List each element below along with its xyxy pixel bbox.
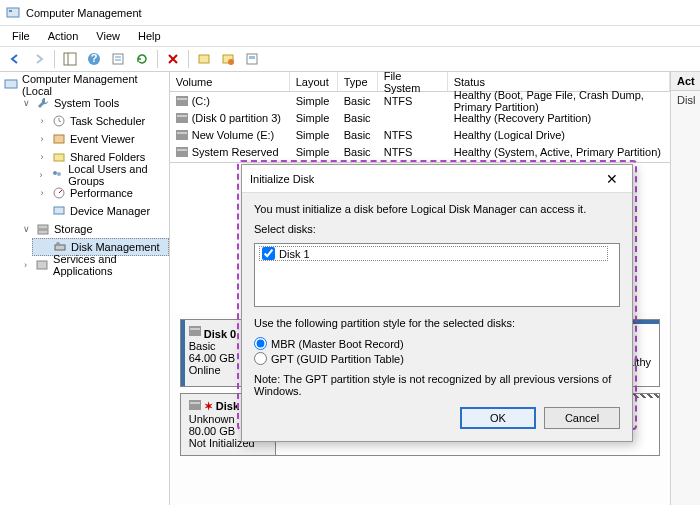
folder-share-icon bbox=[52, 150, 66, 164]
dialog-titlebar: Initialize Disk ✕ bbox=[242, 165, 632, 193]
volume-status: Healthy (System, Active, Primary Partiti… bbox=[448, 146, 670, 158]
delete-button[interactable] bbox=[162, 48, 184, 70]
expand-icon[interactable]: › bbox=[36, 170, 46, 180]
ok-button[interactable]: OK bbox=[460, 407, 536, 429]
volume-row[interactable]: System Reserved Simple Basic NTFS Health… bbox=[170, 143, 670, 160]
tree-local-users[interactable]: ›Local Users and Groups bbox=[32, 166, 169, 184]
refresh-button[interactable] bbox=[131, 48, 153, 70]
users-icon bbox=[50, 168, 64, 182]
select-disks-label: Select disks: bbox=[254, 223, 620, 235]
dialog-title: Initialize Disk bbox=[250, 173, 314, 185]
disk-checkbox-row[interactable]: Disk 1 bbox=[259, 246, 608, 261]
clock-icon bbox=[52, 114, 66, 128]
collapse-icon[interactable]: ∨ bbox=[20, 98, 32, 108]
volume-name: (C:) bbox=[192, 95, 210, 107]
properties-button[interactable] bbox=[107, 48, 129, 70]
svg-point-11 bbox=[228, 59, 234, 65]
svg-point-19 bbox=[57, 172, 61, 176]
gpt-radio[interactable] bbox=[254, 352, 267, 365]
close-button[interactable]: ✕ bbox=[600, 167, 624, 191]
svg-rect-0 bbox=[7, 8, 19, 17]
volume-name: System Reserved bbox=[192, 146, 279, 158]
collapse-icon[interactable]: ∨ bbox=[20, 224, 32, 234]
menu-help[interactable]: Help bbox=[130, 28, 169, 44]
disk-title: Disk 0 bbox=[204, 328, 236, 340]
tree-root[interactable]: Computer Management (Local bbox=[0, 76, 169, 94]
volume-type: Basic bbox=[338, 146, 378, 158]
forward-button[interactable] bbox=[28, 48, 50, 70]
tree-label: Performance bbox=[70, 187, 133, 199]
menu-file[interactable]: File bbox=[4, 28, 38, 44]
actions-item[interactable]: Disl bbox=[671, 91, 700, 109]
menu-view[interactable]: View bbox=[88, 28, 128, 44]
tree-label: Device Manager bbox=[70, 205, 150, 217]
volume-type: Basic bbox=[338, 112, 378, 124]
svg-rect-13 bbox=[249, 56, 255, 59]
mbr-radio[interactable] bbox=[254, 337, 267, 350]
actions-header: Act bbox=[671, 72, 700, 91]
expand-icon[interactable]: › bbox=[20, 260, 31, 270]
col-fs[interactable]: File System bbox=[378, 72, 448, 91]
device-icon bbox=[52, 204, 66, 218]
volume-list: (C:) Simple Basic NTFS Healthy (Boot, Pa… bbox=[170, 92, 670, 163]
separator bbox=[157, 50, 158, 68]
svg-rect-14 bbox=[5, 80, 17, 88]
tree-label: Services and Applications bbox=[53, 253, 169, 277]
cancel-button[interactable]: Cancel bbox=[544, 407, 620, 429]
volume-fs: NTFS bbox=[378, 129, 448, 141]
col-type[interactable]: Type bbox=[338, 72, 378, 91]
disk-status: Online bbox=[189, 364, 221, 376]
menu-action[interactable]: Action bbox=[40, 28, 87, 44]
tree-label: Disk Management bbox=[71, 241, 160, 253]
volume-icon bbox=[176, 130, 188, 140]
tree-label: Computer Management (Local bbox=[22, 73, 169, 97]
volume-type: Basic bbox=[338, 129, 378, 141]
back-button[interactable] bbox=[4, 48, 26, 70]
volume-icon bbox=[176, 113, 188, 123]
expand-icon[interactable]: › bbox=[36, 134, 48, 144]
volume-layout: Simple bbox=[290, 146, 338, 158]
tree-label: Task Scheduler bbox=[70, 115, 145, 127]
expand-icon[interactable]: › bbox=[36, 116, 48, 126]
radio-mbr-row[interactable]: MBR (Master Boot Record) bbox=[254, 337, 620, 350]
disk-type: Basic bbox=[189, 340, 216, 352]
svg-rect-17 bbox=[54, 154, 64, 161]
show-hide-tree-button[interactable] bbox=[59, 48, 81, 70]
tool-button-1[interactable] bbox=[193, 48, 215, 70]
tool-button-2[interactable] bbox=[217, 48, 239, 70]
actions-pane: Act Disl bbox=[670, 72, 700, 505]
volume-row[interactable]: (Disk 0 partition 3) Simple Basic Health… bbox=[170, 109, 670, 126]
tree-device-manager[interactable]: Device Manager bbox=[32, 202, 169, 220]
disk1-checkbox[interactable] bbox=[262, 247, 275, 260]
col-volume[interactable]: Volume bbox=[170, 72, 290, 91]
help-button[interactable]: ? bbox=[83, 48, 105, 70]
tool-button-3[interactable] bbox=[241, 48, 263, 70]
volume-status: Healthy (Recovery Partition) bbox=[448, 112, 670, 124]
services-icon bbox=[35, 258, 49, 272]
dialog-note: Note: The GPT partition style is not rec… bbox=[254, 373, 620, 397]
disk-select-list[interactable]: Disk 1 bbox=[254, 243, 620, 307]
disk-size: 64.00 GB bbox=[189, 352, 235, 364]
col-layout[interactable]: Layout bbox=[290, 72, 338, 91]
svg-text:?: ? bbox=[91, 52, 98, 64]
performance-icon bbox=[52, 186, 66, 200]
svg-rect-6 bbox=[113, 54, 123, 64]
volume-layout: Simple bbox=[290, 129, 338, 141]
tree-event-viewer[interactable]: ›Event Viewer bbox=[32, 130, 169, 148]
volume-row[interactable]: New Volume (E:) Simple Basic NTFS Health… bbox=[170, 126, 670, 143]
tree-services[interactable]: ›Services and Applications bbox=[16, 256, 169, 274]
separator bbox=[188, 50, 189, 68]
svg-rect-26 bbox=[37, 261, 47, 269]
volume-fs: NTFS bbox=[378, 146, 448, 158]
expand-icon[interactable]: › bbox=[36, 152, 48, 162]
event-icon bbox=[52, 132, 66, 146]
volume-type: Basic bbox=[338, 95, 378, 107]
tree-storage[interactable]: ∨ Storage bbox=[16, 220, 169, 238]
radio-gpt-row[interactable]: GPT (GUID Partition Table) bbox=[254, 352, 620, 365]
expand-icon[interactable]: › bbox=[36, 188, 48, 198]
volume-status: Healthy (Logical Drive) bbox=[448, 129, 670, 141]
title-bar: Computer Management bbox=[0, 0, 700, 26]
tree-task-scheduler[interactable]: ›Task Scheduler bbox=[32, 112, 169, 130]
volume-row[interactable]: (C:) Simple Basic NTFS Healthy (Boot, Pa… bbox=[170, 92, 670, 109]
volume-fs: NTFS bbox=[378, 95, 448, 107]
